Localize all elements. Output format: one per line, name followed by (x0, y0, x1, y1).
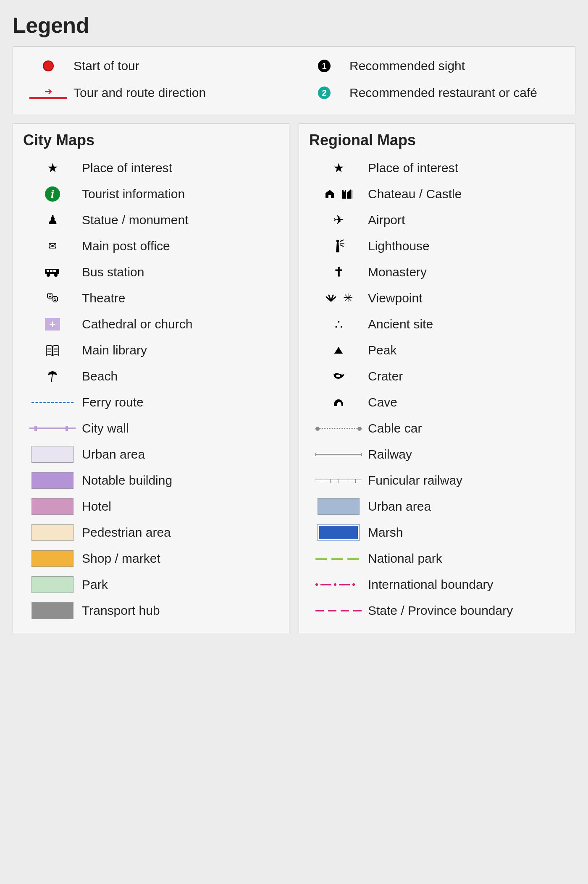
transport-swatch (32, 602, 74, 619)
legend-label: Lighthouse (368, 239, 430, 254)
legend-item: ★ Place of interest (309, 155, 565, 181)
pedestrian-swatch (32, 524, 74, 541)
legend-label: Notable building (82, 473, 172, 488)
international-boundary-icon (315, 583, 362, 586)
svg-point-18 (336, 375, 340, 377)
legend-label: Cable car (368, 421, 422, 436)
cable-car-icon (315, 428, 362, 429)
restaurant-number-icon: 2 (318, 87, 331, 99)
church-icon: + (45, 318, 60, 331)
legend-label: Urban area (368, 499, 431, 514)
urban-area-swatch (32, 446, 74, 463)
legend-item: Hotel (23, 493, 279, 519)
legend-item: Chateau / Castle (309, 181, 565, 207)
urban-regional-swatch (318, 498, 360, 515)
crater-icon (332, 372, 345, 380)
legend-item: Funicular railway (309, 467, 565, 493)
regional-maps-panel: Regional Maps ★ Place of interest Chatea… (299, 123, 575, 633)
legend-label: Viewpoint (368, 291, 423, 306)
legend-label: Ferry route (82, 395, 144, 410)
legend-label: Transport hub (82, 603, 160, 618)
legend-item: Shop / market (23, 546, 279, 572)
legend-item: Urban area (23, 441, 279, 467)
legend-label: Hotel (82, 499, 111, 514)
peak-icon (334, 347, 343, 354)
svg-line-12 (51, 374, 52, 382)
legend-label: Shop / market (82, 551, 160, 566)
legend-label: Main post office (82, 239, 170, 254)
legend-label: Marsh (368, 525, 403, 540)
info-icon: i (45, 186, 60, 202)
ferry-route-icon (32, 402, 74, 403)
legend-label: Park (82, 577, 108, 592)
route-direction-icon: ➔ (29, 87, 67, 99)
svg-point-4 (47, 273, 50, 277)
legend-item: Lighthouse (309, 233, 565, 259)
cave-icon (332, 397, 345, 408)
legend-item: 🎭︎ Theatre (23, 285, 279, 311)
svg-rect-2 (50, 270, 52, 272)
legend-label: Cathedral or church (82, 317, 192, 332)
legend-label: Recommended sight (349, 58, 465, 73)
legend-label: City wall (82, 421, 129, 436)
legend-label: Airport (368, 212, 405, 228)
legend-item: Notable building (23, 467, 279, 493)
legend-label: Place of interest (82, 160, 172, 176)
legend-label: Railway (368, 447, 412, 462)
legend-label: Start of tour (74, 58, 139, 73)
legend-label: Main library (82, 343, 147, 358)
legend-label: Ancient site (368, 317, 433, 332)
legend-item: Start of tour (23, 54, 289, 78)
legend-item: ✉ Main post office (23, 233, 279, 259)
start-dot-icon (43, 60, 54, 71)
legend-item: Transport hub (23, 598, 279, 624)
legend-label: Crater (368, 369, 403, 384)
lighthouse-icon (331, 239, 346, 253)
legend-item: ✝︎ Monastery (309, 259, 565, 285)
svg-rect-13 (328, 195, 331, 198)
legend-label: Chateau / Castle (368, 186, 462, 202)
legend-label: Tour and route direction (74, 85, 206, 100)
national-park-icon (315, 558, 362, 560)
svg-rect-3 (53, 270, 56, 272)
legend-item: Pedestrian area (23, 519, 279, 546)
railway-icon (315, 453, 362, 456)
legend-item: Railway (309, 441, 565, 467)
legend-label: Cave (368, 395, 397, 410)
legend-item: International boundary (309, 572, 565, 598)
shop-swatch (32, 550, 74, 567)
legend-item: ✈︎ Airport (309, 207, 565, 233)
ancient-site-icon: ∴ (335, 318, 343, 331)
legend-item: 1 Recommended sight (299, 54, 565, 78)
legend-label: Bus station (82, 265, 144, 280)
monastery-icon: ✝︎ (333, 266, 344, 278)
chateau-castle-icon (324, 189, 353, 199)
legend-item: Cave (309, 389, 565, 415)
svg-rect-1 (47, 270, 49, 272)
legend-item: i Tourist information (23, 181, 279, 207)
star-icon: ★ (47, 162, 58, 174)
notable-building-swatch (32, 472, 74, 489)
legend-label: Recommended restaurant or café (349, 85, 537, 100)
sight-number-icon: 1 (318, 60, 331, 72)
star-icon: ★ (333, 162, 344, 174)
legend-item: Main library (23, 337, 279, 363)
legend-label: Beach (82, 369, 118, 384)
legend-item: + Cathedral or church (23, 311, 279, 337)
legend-item: Beach (23, 363, 279, 389)
city-maps-heading: City Maps (23, 131, 279, 149)
legend-item: ✳︎ Viewpoint (309, 285, 565, 311)
library-icon (45, 344, 60, 356)
svg-line-17 (340, 245, 344, 247)
legend-item: ➔ Tour and route direction (23, 81, 289, 105)
legend-label: International boundary (368, 577, 494, 592)
legend-label: Statue / monument (82, 212, 188, 228)
legend-item: Bus station (23, 259, 279, 285)
legend-item: Peak (309, 337, 565, 363)
legend-label: Tourist information (82, 186, 185, 202)
legend-label: Pedestrian area (82, 525, 171, 540)
svg-line-15 (340, 240, 344, 241)
city-maps-panel: City Maps ★ Place of interest i Tourist … (13, 123, 289, 633)
legend-label: Monastery (368, 265, 427, 280)
legend-label: Funicular railway (368, 473, 462, 488)
